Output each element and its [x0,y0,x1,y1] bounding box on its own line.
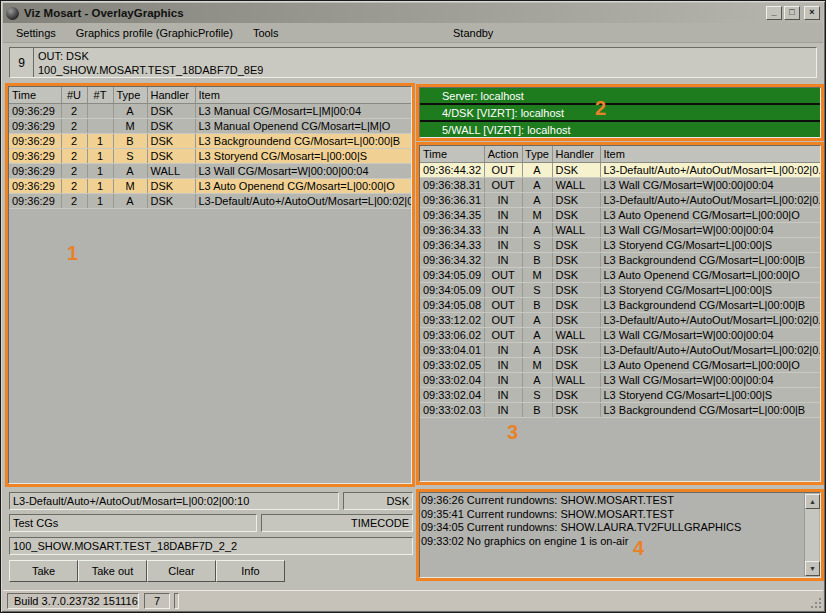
cell-handler: DSK [147,148,195,163]
history-row[interactable]: 09:36:34.35 IN M DSK L3 Auto Openend CG/… [420,207,820,222]
history-row[interactable]: 09:36:36.31 IN A DSK L3-Default/Auto+/Au… [420,192,820,207]
cell-type: B [113,133,147,148]
group-field[interactable]: Test CGs [9,514,257,532]
cell-u: 2 [61,178,87,193]
cell-time: 09:33:02.04 [420,372,484,387]
history-row[interactable]: 09:33:06.02 OUT A WALL L3 Wall CG/Mosart… [420,327,820,342]
col-header-u[interactable]: #U [61,87,87,103]
build-label: Build 3.7.0.23732 151116 [7,593,139,609]
scroll-up-icon[interactable]: ▲ [805,494,820,509]
cell-type: M [522,357,552,372]
cell-t [87,103,113,118]
selected-item-field[interactable]: L3-Default/Auto+/AutoOut/Mosart=L|00:02|… [9,492,339,510]
cell-item: L3 Wall CG/Mosart=W|00:00|00:04 [600,372,820,387]
col-header-t[interactable]: #T [87,87,113,103]
available-row[interactable]: 09:36:29 2 1 M DSK L3 Auto Openend CG/Mo… [9,178,411,193]
history-row[interactable]: 09:33:04.01 IN A DSK L3-Default/Auto+/Au… [420,342,820,357]
cell-type: A [113,163,147,178]
history-row[interactable]: 09:36:44.32 OUT A DSK L3-Default/Auto+/A… [420,162,820,177]
history-row[interactable]: 09:36:34.33 IN S DSK L3 Storyend CG/Mosa… [420,237,820,252]
take-button[interactable]: Take [9,560,78,582]
cell-type: M [113,118,147,133]
take-out-button[interactable]: Take out [78,560,147,582]
cell-type: M [113,178,147,193]
minimize-button[interactable]: _ [766,6,782,20]
cell-type: A [522,312,552,327]
clear-button[interactable]: Clear [147,560,216,582]
onair-line1: OUT: DSK [38,49,263,63]
scroll-down-icon[interactable]: ▼ [805,561,820,576]
info-button[interactable]: Info [216,560,285,582]
cell-handler: WALL [552,327,600,342]
col-header-type[interactable]: Type [522,146,552,162]
close-button[interactable]: × [804,6,820,20]
cell-handler: DSK [552,312,600,327]
handler-field[interactable]: DSK [343,492,413,510]
col-header-type[interactable]: Type [113,87,147,103]
history-row[interactable]: 09:33:02.03 IN B DSK L3 Backgroundend CG… [420,402,820,417]
cell-type: S [113,148,147,163]
story-field[interactable]: 100_SHOW.MOSART.TEST_18DABF7D_2_2 [9,537,413,555]
history-row[interactable]: 09:33:02.05 IN M DSK L3 Auto Openend CG/… [420,357,820,372]
col-header-time[interactable]: Time [9,87,61,103]
history-row[interactable]: 09:34:05.08 OUT B DSK L3 Backgroundend C… [420,297,820,312]
cell-type: S [522,282,552,297]
timecode-field[interactable]: TIMECODE [261,514,413,532]
cell-handler: DSK [147,193,195,208]
cell-type: A [113,193,147,208]
status-bar: Build 3.7.0.23732 151116 7 [3,590,823,610]
col-header-handler[interactable]: Handler [147,87,195,103]
available-row[interactable]: 09:36:29 2 1 S DSK L3 Storyend CG/Mosart… [9,148,411,163]
col-header-item[interactable]: Item [600,146,820,162]
resize-grip[interactable] [809,596,822,609]
server-status-row[interactable]: 4/DSK [VIZRT]: localhost [420,105,820,122]
title-bar[interactable]: Viz Mosart - OverlayGraphics _ □ × [3,3,823,23]
cell-action: IN [484,207,522,222]
cell-item: L3 Storyend CG/Mosart=L|00:00|S [600,237,820,252]
cell-type: S [522,387,552,402]
cell-handler: DSK [147,133,195,148]
available-row[interactable]: 09:36:29 2 1 A WALL L3 Wall CG/Mosart=W|… [9,163,411,178]
cell-u: 2 [61,133,87,148]
cell-t [87,118,113,133]
menu-item[interactable]: Settings [3,27,66,39]
history-row[interactable]: 09:36:34.32 IN B DSK L3 Backgroundend CG… [420,252,820,267]
history-row[interactable]: 09:34:05.09 OUT S DSK L3 Storyend CG/Mos… [420,282,820,297]
col-header-item[interactable]: Item [195,87,411,103]
cell-time: 09:36:29 [9,103,61,118]
history-row[interactable]: 09:33:02.04 IN A WALL L3 Wall CG/Mosart=… [420,372,820,387]
cell-type: A [522,177,552,192]
available-row[interactable]: 09:36:29 2 1 A DSK L3-Default/Auto+/Auto… [9,193,411,208]
cell-time: 09:33:02.03 [420,402,484,417]
cell-handler: DSK [552,402,600,417]
log-line: 09:35:41 Current rundowns: SHOW.MOSART.T… [421,508,804,522]
menu-item[interactable]: Tools [243,27,289,39]
history-row[interactable]: 09:33:12.02 OUT A DSK L3-Default/Auto+/A… [420,312,820,327]
history-row[interactable]: 09:36:38.31 OUT A WALL L3 Wall CG/Mosart… [420,177,820,192]
cell-item: L3 Storyend CG/Mosart=L|00:00|S [600,387,820,402]
server-status-row[interactable]: 5/WALL [VIZRT]: localhost [420,122,820,138]
col-header-action[interactable]: Action [484,146,522,162]
cell-item: L3 Auto Openend CG/Mosart=L|00:00|O [600,357,820,372]
log-scrollbar[interactable]: ▲ ▼ [804,494,819,576]
maximize-button[interactable]: □ [784,6,800,20]
history-row[interactable]: 09:34:05.09 OUT M DSK L3 Auto Openend CG… [420,267,820,282]
history-row[interactable]: 09:36:34.33 IN A WALL L3 Wall CG/Mosart=… [420,222,820,237]
menu-bar: SettingsGraphics profile (GraphicProfile… [3,23,823,43]
cell-type: A [113,103,147,118]
app-window: Viz Mosart - OverlayGraphics _ □ × Setti… [0,0,826,613]
menu-item[interactable]: Graphics profile (GraphicProfile) [66,27,243,39]
cell-type: B [522,252,552,267]
cell-handler: DSK [147,118,195,133]
server-status-row[interactable]: Server: localhost [420,88,820,105]
available-row[interactable]: 09:36:29 2 A DSK L3 Manual CG/Mosart=L|M… [9,103,411,118]
cell-type: A [522,192,552,207]
log-line: 09:34:05 Current rundowns: SHOW.LAURA.TV… [421,521,804,535]
cell-action: IN [484,357,522,372]
available-row[interactable]: 09:36:29 2 M DSK L3 Manual Openend CG/Mo… [9,118,411,133]
col-header-handler[interactable]: Handler [552,146,600,162]
cell-handler: DSK [552,342,600,357]
available-row[interactable]: 09:36:29 2 1 B DSK L3 Backgroundend CG/M… [9,133,411,148]
col-header-time[interactable]: Time [420,146,484,162]
history-row[interactable]: 09:33:02.04 IN S DSK L3 Storyend CG/Mosa… [420,387,820,402]
